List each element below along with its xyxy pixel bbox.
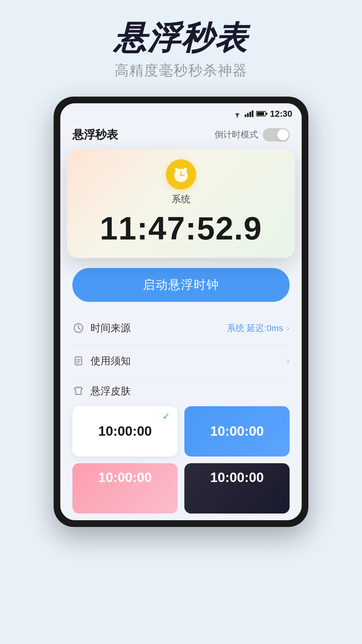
countdown-label: 倒计时模式 <box>215 129 258 141</box>
skin-grid: ✓ 10:00:00 10:00:00 10:00:00 10:00:00 <box>72 406 290 520</box>
sub-title: 高精度毫秒秒杀神器 <box>13 61 349 80</box>
skin-card-pink[interactable]: 10:00:00 <box>72 463 178 514</box>
svg-point-11 <box>175 168 178 171</box>
usage-notice-label: 使用须知 <box>90 354 131 368</box>
svg-rect-1 <box>245 114 246 117</box>
wifi-icon <box>233 110 242 117</box>
header-area: 悬浮秒表 高精度毫秒秒杀神器 <box>0 0 362 87</box>
app-header: 悬浮秒表 倒计时模式 <box>60 122 302 149</box>
menu-section: 时间来源 系统 延迟:0ms › <box>72 312 290 378</box>
menu-item-time-source[interactable]: 时间来源 系统 延迟:0ms › <box>72 312 290 345</box>
start-floating-clock-button[interactable]: 启动悬浮时钟 <box>72 268 290 302</box>
status-time: 12:30 <box>270 109 293 119</box>
svg-line-16 <box>78 328 80 329</box>
main-title: 悬浮秒表 <box>13 20 349 56</box>
skin-card-dark[interactable]: 10:00:00 <box>184 463 290 514</box>
alarm-clock-icon <box>172 165 190 183</box>
signal-icon <box>245 110 253 117</box>
doc-menu-icon <box>72 355 84 367</box>
svg-rect-6 <box>257 112 264 115</box>
screen-content: 启动悬浮时钟 时间来源 <box>60 258 302 520</box>
floating-card: 系统 11:47:52.9 <box>67 149 295 258</box>
countdown-toggle[interactable] <box>263 128 290 142</box>
svg-point-13 <box>180 174 182 176</box>
svg-rect-4 <box>252 110 253 117</box>
chevron-right-icon-2: › <box>287 356 290 366</box>
skin-time-white: 10:00:00 <box>98 424 152 439</box>
countdown-mode: 倒计时模式 <box>215 128 290 142</box>
status-icons: 12:30 <box>233 109 293 119</box>
skin-title: 悬浮皮肤 <box>90 384 131 398</box>
menu-item-usage-notice[interactable]: 使用须知 › <box>72 345 290 378</box>
svg-rect-7 <box>266 113 267 115</box>
status-bar: 12:30 <box>60 103 302 122</box>
svg-point-0 <box>237 116 238 117</box>
skin-time-blue: 10:00:00 <box>210 424 264 439</box>
app-title: 悬浮秒表 <box>72 127 118 143</box>
time-display: 11:47:52.9 <box>100 212 262 245</box>
skin-time-dark: 10:00:00 <box>210 470 264 485</box>
skin-card-blue[interactable]: 10:00:00 <box>184 406 290 457</box>
chevron-right-icon: › <box>287 323 290 333</box>
skin-section: 悬浮皮肤 ✓ 10:00:00 10:00:00 10:00:00 <box>72 378 290 520</box>
toggle-thumb <box>277 129 289 141</box>
selected-checkmark: ✓ <box>162 411 173 422</box>
shirt-icon <box>72 385 84 397</box>
skin-card-white[interactable]: ✓ 10:00:00 <box>72 406 178 457</box>
time-source-value: 系统 延迟:0ms <box>227 322 283 334</box>
svg-rect-2 <box>247 113 249 117</box>
phone-screen: 12:30 悬浮秒表 倒计时模式 <box>60 103 302 520</box>
battery-icon <box>256 111 267 117</box>
phone-frame: 12:30 悬浮秒表 倒计时模式 <box>54 97 308 527</box>
clock-icon-wrapper <box>166 159 196 190</box>
svg-rect-3 <box>249 112 251 117</box>
skin-header: 悬浮皮肤 <box>72 384 290 398</box>
skin-time-pink: 10:00:00 <box>98 470 152 485</box>
time-source-label: 时间来源 <box>90 321 131 335</box>
system-source-label: 系统 <box>172 193 190 206</box>
clock-menu-icon <box>72 322 84 334</box>
svg-point-12 <box>184 168 187 171</box>
